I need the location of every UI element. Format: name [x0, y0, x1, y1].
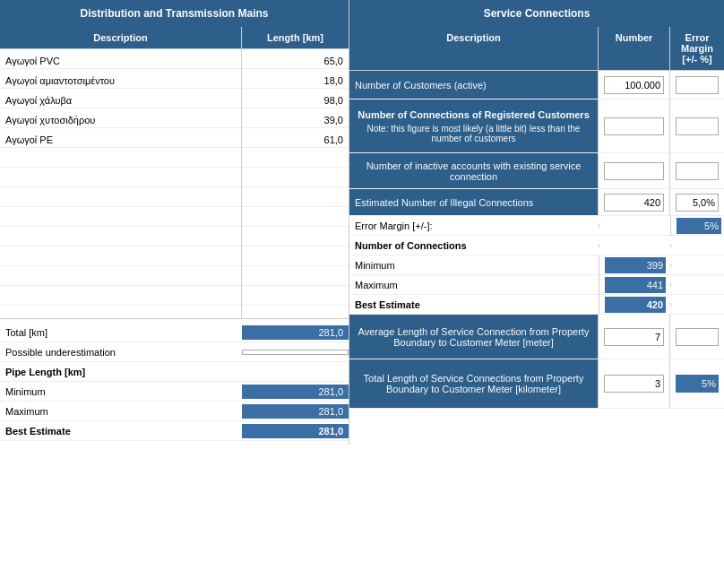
customers-active-input[interactable]: 100.000: [604, 76, 664, 94]
right-col-headers: Description Number Error Margin [+/- %]: [349, 27, 724, 71]
illegal-num[interactable]: 420: [599, 189, 670, 215]
left-desc-row-5: [0, 148, 241, 168]
left-summary: Total [km] 281,0 Possible underestimatio…: [0, 318, 349, 445]
left-col-desc-header: Description: [0, 27, 242, 48]
left-col-headers: Description Length [km]: [0, 27, 349, 49]
max-label-left: Maximum: [0, 404, 242, 419]
max-blue-cell: 441: [605, 277, 666, 293]
illegal-err-input[interactable]: 5,0%: [676, 194, 719, 212]
inactive-row: Number of inactive accounts with existin…: [349, 153, 724, 189]
right-header-title: Service Connections: [484, 7, 590, 20]
num-connections-heading: Number of Connections: [349, 238, 599, 253]
pipe-heading-row: Pipe Length [km]: [0, 362, 349, 382]
error-margin-blue-cell: 5%: [677, 218, 721, 234]
right-panel: Service Connections Description Number E…: [349, 0, 724, 445]
error-margin-label: Error Margin [+/-]:: [349, 219, 599, 233]
left-val-row-1[interactable]: 18,0: [242, 69, 349, 89]
left-panel: Distribution and Transmission Mains Desc…: [0, 0, 349, 445]
num-connections-heading-row: Number of Connections: [349, 236, 724, 255]
avg-length-num[interactable]: 7: [599, 315, 670, 359]
pipe-heading: Pipe Length [km]: [0, 363, 242, 381]
left-data-area: Αγωγοί PVCΑγωγοί αμιαντοτσιμέντουΑγωγοί …: [0, 49, 349, 318]
right-col-desc: Description: [349, 27, 599, 70]
customers-active-num[interactable]: 100.000: [599, 71, 670, 99]
underest-label: Possible underestimation: [0, 345, 242, 359]
total-length-row: Total Length of Service Connections from…: [349, 359, 724, 409]
total-length-num[interactable]: 3: [599, 359, 670, 408]
left-desc-row-8: [0, 207, 241, 227]
total-label: Total [km]: [0, 325, 242, 340]
illegal-err[interactable]: 5,0%: [670, 189, 724, 215]
min-val-right: 399: [599, 255, 670, 275]
min-row-right: Minimum 399: [349, 255, 724, 275]
registered-num[interactable]: [599, 99, 670, 152]
illegal-row: Estimated Number of Illegal Connections …: [349, 189, 724, 216]
left-desc-row-4: Αγωγοί PE: [0, 128, 241, 148]
best-val-left: 281,0: [242, 424, 349, 438]
total-length-input[interactable]: 3: [604, 375, 664, 393]
avg-length-input[interactable]: 7: [604, 328, 664, 346]
registered-err[interactable]: [670, 99, 724, 152]
left-val-row-12[interactable]: [242, 286, 349, 306]
left-desc-row-2: Αγωγοί χάλυβα: [0, 89, 241, 108]
max-row-right: Maximum 441: [349, 275, 724, 295]
total-length-err-cell: 5%: [676, 375, 719, 393]
error-margin-val-spacer: [599, 224, 670, 228]
main-container: Distribution and Transmission Mains Desc…: [0, 0, 724, 445]
right-header: Service Connections: [349, 0, 724, 27]
total-val: 281,0: [242, 325, 349, 340]
best-label-right: Best Estimate: [349, 298, 599, 312]
underest-val[interactable]: [242, 350, 349, 355]
left-desc-row-9: [0, 227, 241, 246]
total-length-err: 5%: [670, 359, 724, 408]
avg-length-err[interactable]: [670, 315, 724, 359]
left-val-row-4[interactable]: 61,0: [242, 128, 349, 148]
registered-row: Number of Connections of Registered Cust…: [349, 99, 724, 153]
left-val-row-2[interactable]: 98,0: [242, 89, 349, 108]
inactive-num[interactable]: [599, 153, 670, 188]
left-val-row-8[interactable]: [242, 207, 349, 227]
left-desc-row-11: [0, 266, 241, 286]
left-val-row-5[interactable]: [242, 148, 349, 168]
right-col-err: Error Margin [+/- %]: [670, 27, 724, 70]
registered-err-input[interactable]: [676, 117, 719, 135]
inactive-err-input[interactable]: [676, 162, 719, 180]
total-length-desc: Total Length of Service Connections from…: [349, 359, 599, 408]
registered-desc: Number of Connections of Registered Cust…: [349, 99, 599, 152]
left-val-row-3[interactable]: 39,0: [242, 108, 349, 128]
max-row-left: Maximum 281,0: [0, 402, 349, 421]
min-row-left: Minimum 281,0: [0, 382, 349, 402]
left-desc-row-10: [0, 246, 241, 266]
illegal-input[interactable]: 420: [604, 194, 664, 212]
left-val-row-0[interactable]: 65,0: [242, 49, 349, 69]
max-val-left: 281,0: [242, 404, 349, 419]
left-desc-row-0: Αγωγοί PVC: [0, 49, 241, 69]
customers-active-row: Number of Customers (active) 100.000: [349, 71, 724, 99]
avg-length-err-input[interactable]: [676, 328, 719, 346]
left-desc-row-3: Αγωγοί χυτοσιδήρου: [0, 108, 241, 128]
min-val-left: 281,0: [242, 385, 349, 399]
total-row: Total [km] 281,0: [0, 323, 349, 342]
left-val-row-10[interactable]: [242, 246, 349, 266]
left-header: Distribution and Transmission Mains: [0, 0, 349, 27]
left-val-col: 65,018,098,039,061,0: [242, 49, 349, 318]
left-val-row-11[interactable]: [242, 266, 349, 286]
min-label-right: Minimum: [349, 258, 599, 272]
customers-active-err[interactable]: [670, 71, 724, 99]
avg-length-desc: Average Length of Service Connection fro…: [349, 315, 599, 359]
left-val-row-7[interactable]: [242, 187, 349, 207]
right-col-num: Number: [599, 27, 670, 70]
illegal-desc: Estimated Number of Illegal Connections: [349, 189, 599, 215]
avg-length-row: Average Length of Service Connection fro…: [349, 315, 724, 359]
left-val-row-9[interactable]: [242, 227, 349, 246]
max-label-right: Maximum: [349, 278, 599, 292]
inactive-err[interactable]: [670, 153, 724, 188]
min-label-left: Minimum: [0, 385, 242, 399]
left-desc-row-1: Αγωγοί αμιαντοτσιμέντου: [0, 69, 241, 89]
inactive-input[interactable]: [604, 162, 664, 180]
customers-active-err-input[interactable]: [676, 76, 719, 94]
registered-input[interactable]: [604, 117, 664, 135]
left-header-title: Distribution and Transmission Mains: [80, 7, 268, 20]
error-margin-row: Error Margin [+/-]: 5%: [349, 216, 724, 236]
left-val-row-6[interactable]: [242, 168, 349, 187]
